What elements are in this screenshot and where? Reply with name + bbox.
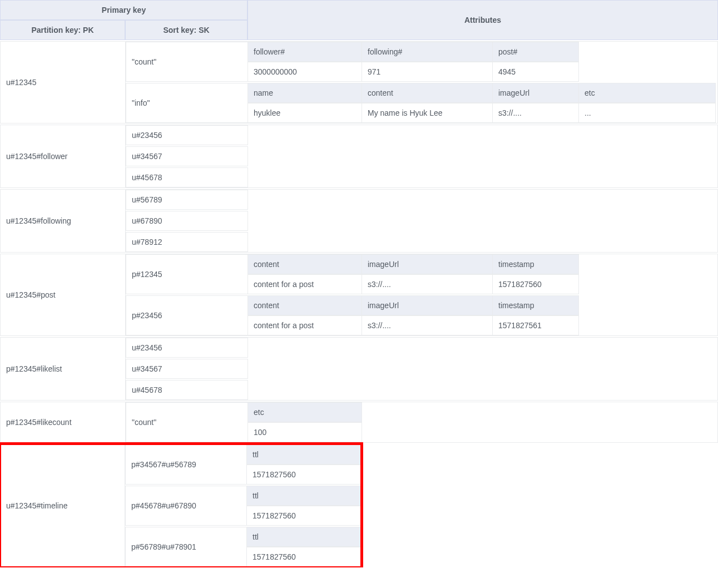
attribute-block: contentimageUrltimestampcontent for a po… — [248, 254, 717, 294]
attribute-block — [248, 211, 717, 231]
attribute-value-cell: 3000000000 — [248, 62, 362, 82]
sort-key-stack: u#56789u#67890u#78912 — [126, 190, 248, 252]
attributes-stack — [248, 190, 717, 252]
attribute-header-row: namecontentimageUrletc — [248, 83, 717, 103]
sort-key-stack: p#34567#u#56789p#45678#u#67890p#56789#u#… — [125, 444, 247, 567]
attribute-header-row: ttl — [247, 444, 361, 465]
sort-key-cell: u#34567 — [126, 146, 248, 166]
attribute-header-cell: content — [362, 83, 493, 103]
attribute-block — [248, 190, 717, 210]
attribute-header-row: ttl — [247, 486, 361, 506]
attributes-stack — [248, 338, 717, 400]
sort-key-stack: "count" — [126, 402, 248, 442]
attribute-value-cell: 100 — [248, 422, 362, 442]
attribute-value-cell: 971 — [362, 62, 493, 82]
attributes-stack: ttl1571827560ttl1571827560ttl1571827560 — [247, 444, 361, 567]
attribute-block — [248, 338, 717, 358]
entity-row: p#12345#likecount"count"etc100 — [0, 402, 718, 443]
attributes-stack: etc100 — [248, 402, 717, 442]
attribute-value-cell: s3://.... — [362, 315, 493, 335]
entity-row: u#12345#postp#12345p#23456contentimageUr… — [0, 254, 718, 336]
sort-key-stack: p#12345p#23456 — [126, 254, 248, 335]
dynamodb-table-diagram: Primary key Attributes Partition key: PK… — [0, 0, 718, 567]
sort-key-cell: u#45678 — [126, 380, 248, 400]
attribute-value-cell: ... — [579, 103, 716, 123]
partition-key-cell: u#12345#follower — [1, 125, 126, 187]
attribute-header-cell: ttl — [247, 486, 361, 506]
attribute-value-cell: 1571827560 — [247, 506, 361, 526]
attribute-block: etc100 — [248, 402, 717, 442]
attribute-value-cell: content for a post — [248, 274, 362, 294]
partition-key-cell: u#12345#following — [1, 190, 126, 252]
attribute-block: follower#following#post#3000000000971494… — [248, 42, 717, 82]
attribute-block: contentimageUrltimestampcontent for a po… — [248, 295, 717, 335]
entity-row: u#12345"count""info"follower#following#p… — [0, 41, 718, 123]
attribute-header-cell: following# — [362, 42, 493, 62]
attribute-value-row: 30000000009714945 — [248, 62, 717, 82]
partition-key-cell: p#12345#likecount — [1, 402, 126, 442]
sort-key-stack: u#23456u#34567u#45678 — [126, 338, 248, 400]
sort-key-cell: u#45678 — [126, 167, 248, 187]
attribute-header-cell: imageUrl — [493, 83, 579, 103]
sort-key-cell: p#12345 — [126, 254, 248, 294]
attribute-value-cell: 1571827560 — [493, 274, 579, 294]
sort-key-cell: "info" — [126, 83, 248, 123]
entity-row: p#12345#likelistu#23456u#34567u#45678 — [0, 337, 718, 401]
table-body: u#12345"count""info"follower#following#p… — [0, 41, 718, 567]
attribute-header-cell: etc — [579, 83, 716, 103]
partition-key-cell: p#12345#likelist — [1, 338, 126, 400]
header-primary-key: Primary key — [0, 0, 247, 20]
attribute-value-cell: 1571827560 — [247, 465, 361, 485]
entity-row: u#12345#followeru#23456u#34567u#45678 — [0, 125, 718, 188]
sort-key-cell: p#34567#u#56789 — [125, 444, 247, 485]
attribute-header-row: follower#following#post# — [248, 42, 717, 62]
attribute-block — [248, 167, 717, 187]
attribute-header-row: etc — [248, 402, 717, 422]
attribute-header-row: contentimageUrltimestamp — [248, 254, 717, 274]
attribute-value-row: 1571827560 — [247, 465, 361, 485]
header-sort-key: Sort key: SK — [125, 20, 247, 40]
attribute-header-cell: name — [248, 83, 362, 103]
sort-key-stack: "count""info" — [126, 42, 248, 123]
attribute-value-row: hyukleeMy name is Hyuk Lees3://....... — [248, 103, 717, 123]
attribute-block: ttl1571827560 — [247, 444, 361, 485]
sort-key-cell: u#34567 — [126, 359, 248, 379]
sort-key-cell: "count" — [126, 42, 248, 82]
sort-key-cell: u#23456 — [126, 338, 248, 358]
attribute-value-cell: 4945 — [493, 62, 579, 82]
header-attributes: Attributes — [247, 0, 718, 40]
sort-key-cell: p#56789#u#78901 — [125, 527, 247, 567]
attribute-block — [248, 359, 717, 379]
attribute-value-row: content for a posts3://....1571827561 — [248, 315, 717, 335]
sort-key-cell: u#67890 — [126, 211, 248, 231]
attribute-header-cell: follower# — [248, 42, 362, 62]
attribute-block: ttl1571827560 — [247, 527, 361, 567]
partition-key-cell: u#12345 — [1, 42, 126, 123]
attribute-value-row: 100 — [248, 422, 717, 442]
attribute-header-cell: etc — [248, 402, 362, 422]
attribute-value-row: 1571827560 — [247, 547, 361, 567]
header-row-top: Primary key Attributes — [0, 0, 718, 20]
sort-key-cell: p#45678#u#67890 — [125, 486, 247, 526]
attribute-header-cell: imageUrl — [362, 295, 493, 315]
sort-key-cell: "count" — [126, 402, 248, 442]
attribute-value-row: 1571827560 — [247, 506, 361, 526]
attribute-header-cell: post# — [493, 42, 579, 62]
attribute-value-cell: hyuklee — [248, 103, 362, 123]
entity-row: u#12345#followingu#56789u#67890u#78912 — [0, 189, 718, 253]
attribute-block: ttl1571827560 — [247, 486, 361, 526]
attribute-block — [248, 125, 717, 145]
attribute-header-cell: timestamp — [493, 254, 579, 274]
attributes-stack: follower#following#post#3000000000971494… — [248, 42, 717, 123]
attribute-value-cell: s3://.... — [362, 274, 493, 294]
sort-key-cell: u#56789 — [126, 190, 248, 210]
attribute-value-cell: content for a post — [248, 315, 362, 335]
attribute-value-row: content for a posts3://....1571827560 — [248, 274, 717, 294]
attribute-header-cell: timestamp — [493, 295, 579, 315]
attribute-value-cell: 1571827560 — [247, 547, 361, 567]
partition-key-cell: u#12345#post — [1, 254, 126, 335]
attribute-value-cell: 1571827561 — [493, 315, 579, 335]
attribute-value-cell: My name is Hyuk Lee — [362, 103, 493, 123]
header-partition-key: Partition key: PK — [0, 20, 125, 40]
attribute-header-cell: ttl — [247, 444, 361, 465]
